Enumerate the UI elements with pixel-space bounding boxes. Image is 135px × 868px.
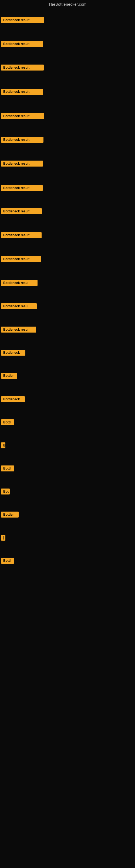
result-row: Bottl — [0, 418, 15, 428]
result-row: Bottleneck resu — [0, 278, 39, 289]
bottleneck-badge[interactable]: Bot — [1, 489, 10, 495]
result-row: Bottleneck result — [0, 135, 45, 145]
result-row: Bottleneck — [0, 348, 27, 358]
bottleneck-badge[interactable]: | — [1, 535, 5, 540]
result-row: Bottleneck result — [0, 183, 44, 194]
result-row: Bottleneck result — [0, 63, 45, 73]
result-row: Bottleneck resu — [0, 325, 37, 335]
result-row: Bottleneck result — [0, 159, 44, 169]
result-row: Bottleneck result — [0, 112, 45, 122]
bottleneck-badge[interactable]: Bottl — [1, 465, 14, 471]
bottleneck-badge[interactable]: Bottler — [1, 373, 17, 379]
result-row: Bottleneck result — [0, 230, 43, 241]
bottleneck-badge[interactable]: B — [1, 442, 5, 448]
bottleneck-badge[interactable]: Bottleneck result — [1, 185, 43, 191]
bottleneck-badge[interactable]: Bottleneck — [1, 396, 25, 402]
site-title-container: TheBottlenecker.com — [0, 0, 135, 8]
result-row: | — [0, 533, 6, 543]
bottleneck-badge[interactable]: Bottl — [1, 420, 14, 425]
bottleneck-badge[interactable]: Bottlen — [1, 512, 18, 518]
bottleneck-badge[interactable]: Bottleneck resu — [1, 280, 38, 286]
result-row: Bottleneck result — [0, 207, 43, 217]
bottleneck-badge[interactable]: Bottleneck — [1, 350, 26, 355]
result-row: B — [0, 441, 6, 451]
bottleneck-badge[interactable]: Bottleneck result — [1, 113, 44, 119]
bottleneck-badge[interactable]: Bottleneck result — [1, 232, 42, 238]
bottleneck-badge[interactable]: Bottleneck resu — [1, 327, 36, 333]
result-row: Bottlen — [0, 510, 20, 520]
result-row: Bottl — [0, 556, 15, 566]
result-row: Bottleneck result — [0, 254, 42, 265]
result-row: Bottleneck — [0, 395, 26, 405]
bottleneck-badge[interactable]: Bottleneck result — [1, 208, 42, 214]
bottleneck-badge[interactable]: Bottl — [1, 558, 14, 564]
result-row: Bottleneck resu — [0, 302, 38, 312]
result-row: Bottleneck result — [0, 87, 44, 97]
result-row: Bottleneck result — [0, 16, 45, 26]
bottleneck-badge[interactable]: Bottleneck resu — [1, 303, 37, 309]
bottleneck-badge[interactable]: Bottleneck result — [1, 256, 41, 262]
bottleneck-badge[interactable]: Bottleneck result — [1, 17, 44, 23]
bottleneck-badge[interactable]: Bottleneck result — [1, 161, 43, 166]
bottleneck-badge[interactable]: Bottleneck result — [1, 41, 43, 47]
result-row: Bottleneck result — [0, 39, 44, 50]
result-row: Bottl — [0, 464, 15, 474]
result-row: Bottler — [0, 371, 18, 381]
bottleneck-badge[interactable]: Bottleneck result — [1, 89, 43, 95]
bottleneck-badge[interactable]: Bottleneck result — [1, 65, 44, 70]
bottleneck-badge[interactable]: Bottleneck result — [1, 137, 43, 143]
site-title: TheBottlenecker.com — [0, 0, 135, 8]
result-row: Bot — [0, 487, 11, 497]
